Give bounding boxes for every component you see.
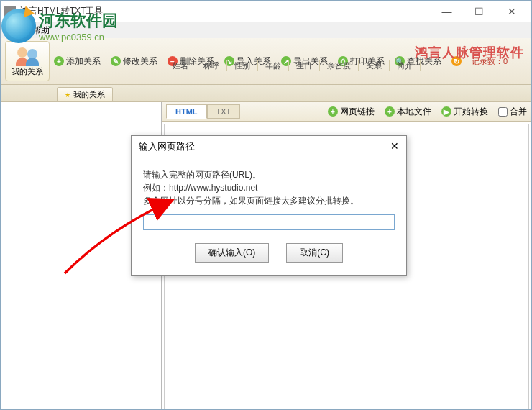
maximize-button[interactable]: ☐ [463,1,495,22]
col-nickname[interactable]: 称呼 [196,60,227,71]
window-controls: — ☐ ✕ [431,1,528,22]
col-name[interactable]: 姓名 [165,60,196,71]
url-input-dialog: 输入网页路径 ✕ 请输入完整的网页路径(URL)。 例如：http://www.… [131,135,407,276]
format-tabs: HTML TXT [166,104,240,119]
plus-icon: + [385,106,395,117]
add-relation-button[interactable]: +添加关系 [54,55,101,68]
brand-text: 鸿言人脉管理软件 [415,44,524,61]
my-relations-button[interactable]: 我的关系 [5,41,50,81]
tab-html[interactable]: HTML [166,104,207,119]
cancel-button[interactable]: 取消(C) [286,243,343,263]
right-toolbar: HTML TXT +网页链接 +本地文件 ▶开始转换 合并 [162,102,531,122]
watermark: 河东软件园 www.pc0359.cn [1,9,118,43]
col-age[interactable]: 年龄 [258,60,289,71]
dialog-close-button[interactable]: ✕ [390,140,399,153]
confirm-button[interactable]: 确认输入(O) [195,243,269,263]
col-relation[interactable]: 关系 [359,60,390,71]
plus-icon: + [328,106,338,117]
local-file-button[interactable]: +本地文件 [385,106,431,118]
edit-icon: ✎ [111,56,121,66]
my-relations-label: 我的关系 [12,66,43,77]
dialog-title: 输入网页路径 [139,140,195,153]
play-icon: ▶ [441,106,451,117]
col-intro[interactable]: 简介 [390,60,421,71]
relation-tabstrip: ★我的关系 [1,85,531,102]
dialog-titlebar: 输入网页路径 ✕ [132,136,406,158]
watermark-url: www.pc0359.cn [39,32,118,42]
tab-my-relations[interactable]: ★我的关系 [57,87,113,101]
merge-checkbox[interactable]: 合并 [498,106,527,118]
tab-txt[interactable]: TXT [207,104,241,119]
start-convert-button[interactable]: ▶开始转换 [441,106,488,118]
column-headers: 姓名 称呼 性别 年龄 生日 亲密度 关系 简介 [165,60,421,71]
col-closeness[interactable]: 亲密度 [320,60,359,71]
watermark-name: 河东软件园 [39,10,118,32]
minimize-button[interactable]: — [431,1,463,22]
url-input[interactable] [143,214,395,230]
plus-icon: + [54,56,64,66]
edit-relation-button[interactable]: ✎修改关系 [111,55,157,68]
merge-check-input[interactable] [498,107,508,117]
watermark-logo-icon [1,9,36,43]
star-icon: ★ [65,91,70,99]
col-gender[interactable]: 性别 [227,60,258,71]
dialog-hint: 请输入完整的网页路径(URL)。 例如：http://www.hystudio.… [143,168,395,207]
web-link-button[interactable]: +网页链接 [328,106,375,118]
close-button[interactable]: ✕ [495,1,528,22]
col-birthday[interactable]: 生日 [289,60,320,71]
people-icon [16,46,39,66]
